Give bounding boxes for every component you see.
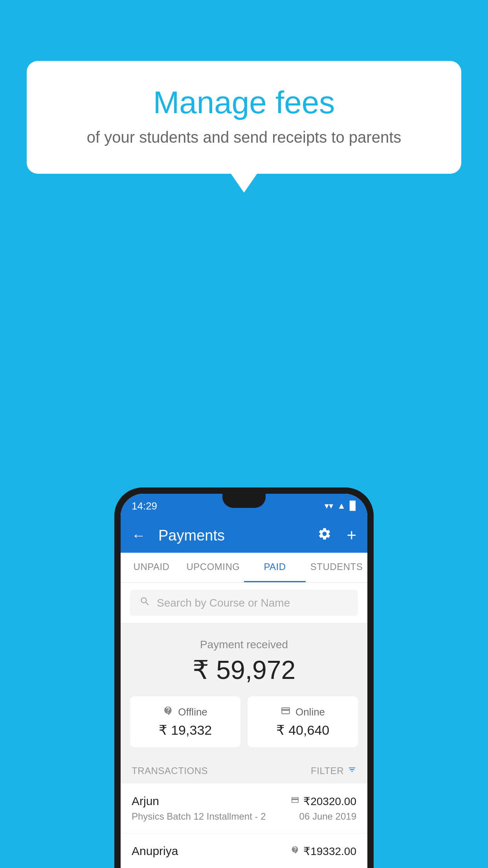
transactions-label: TRANSACTIONS — [132, 765, 208, 776]
tab-upcoming[interactable]: UPCOMING — [182, 553, 244, 582]
transaction-name-2: Anupriya — [132, 844, 178, 858]
bubble-title: Manage fees — [58, 85, 430, 121]
app-header: ← Payments + — [121, 518, 367, 553]
bubble-subtitle: of your students and send receipts to pa… — [58, 129, 430, 146]
transaction-top-2: Anupriya ₹19332.00 — [132, 844, 356, 858]
transaction-course: Physics Batch 12 Installment - 2 — [132, 811, 266, 822]
offline-icon — [163, 706, 173, 718]
search-icon — [139, 596, 150, 610]
offline-card-header: Offline — [163, 706, 207, 718]
search-placeholder-text: Search by Course or Name — [157, 597, 290, 609]
payment-received-label: Payment received — [130, 638, 358, 651]
transaction-amount-wrapper: ₹20320.00 — [291, 795, 356, 808]
online-card: Online ₹ 40,640 — [248, 696, 358, 747]
status-icons: ▾▾ ▲ ▉ — [325, 501, 356, 511]
payment-cards: Offline ₹ 19,332 Online — [130, 696, 358, 747]
add-button[interactable]: + — [347, 526, 356, 545]
speech-bubble: Manage fees of your students and send re… — [27, 61, 461, 174]
online-card-header: Online — [281, 706, 325, 718]
transaction-amount-wrapper-2: ₹19332.00 — [291, 845, 356, 858]
battery-icon: ▉ — [350, 501, 356, 511]
offline-amount: ₹ 19,332 — [159, 722, 212, 738]
header-title: Payments — [158, 527, 310, 544]
transaction-top: Arjun ₹20320.00 — [132, 794, 356, 808]
signal-icon: ▲ — [337, 501, 346, 511]
payment-section: Payment received ₹ 59,972 Offline ₹ 1 — [121, 623, 367, 758]
tabs-container: UNPAID UPCOMING PAID STUDENTS — [121, 553, 367, 583]
wifi-icon: ▾▾ — [325, 501, 333, 511]
payment-total-amount: ₹ 59,972 — [130, 655, 358, 685]
tab-paid[interactable]: PAID — [244, 553, 306, 582]
offline-card: Offline ₹ 19,332 — [130, 696, 240, 747]
phone-outer: 14:29 ▾▾ ▲ ▉ ← Payments + — [114, 487, 374, 868]
phone-inner: 14:29 ▾▾ ▲ ▉ ← Payments + — [121, 494, 367, 868]
transaction-amount-2: ₹19332.00 — [303, 845, 356, 858]
transaction-row[interactable]: Arjun ₹20320.00 Physics Batch 12 Install… — [121, 783, 367, 833]
online-icon — [281, 706, 291, 718]
transaction-name: Arjun — [132, 794, 159, 808]
transaction-bottom: Physics Batch 12 Installment - 2 06 June… — [132, 811, 356, 822]
online-amount: ₹ 40,640 — [276, 722, 329, 738]
search-container: Search by Course or Name — [121, 583, 367, 623]
tab-students[interactable]: STUDENTS — [306, 553, 367, 582]
transaction-amount: ₹20320.00 — [303, 795, 356, 808]
settings-button[interactable] — [317, 527, 332, 544]
search-input-wrapper[interactable]: Search by Course or Name — [130, 590, 358, 616]
notch — [222, 494, 266, 508]
status-bar: 14:29 ▾▾ ▲ ▉ — [121, 494, 367, 518]
filter-label: FILTER — [311, 765, 344, 776]
transaction-payment-icon-2 — [291, 846, 299, 857]
online-label: Online — [295, 706, 325, 718]
offline-label: Offline — [178, 706, 207, 718]
status-time: 14:29 — [132, 500, 157, 512]
filter-button[interactable]: FILTER — [311, 765, 356, 776]
transaction-row-partial[interactable]: Anupriya ₹19332.00 — [121, 833, 367, 868]
back-button[interactable]: ← — [132, 527, 146, 544]
tab-unpaid[interactable]: UNPAID — [121, 553, 182, 582]
filter-icon — [348, 765, 356, 776]
transactions-header: TRANSACTIONS FILTER — [121, 758, 367, 783]
phone-mockup: 14:29 ▾▾ ▲ ▉ ← Payments + — [114, 487, 374, 868]
transaction-date: 06 June 2019 — [299, 811, 356, 822]
transaction-payment-icon — [291, 796, 299, 807]
speech-bubble-container: Manage fees of your students and send re… — [27, 61, 461, 174]
